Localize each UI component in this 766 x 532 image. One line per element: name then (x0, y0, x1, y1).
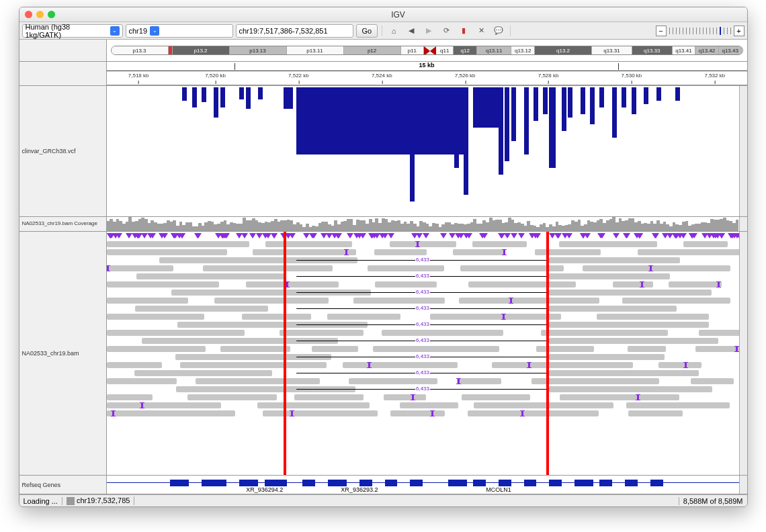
band: p12 (344, 46, 401, 54)
coverage-track[interactable]: [0-70] (107, 217, 739, 231)
scrollbar[interactable] (739, 217, 747, 231)
gene-label: MCOLN1 (486, 486, 511, 493)
clinvar-track[interactable] (107, 86, 739, 216)
gap-size-label: 6,433 (415, 305, 430, 311)
span-indicator (235, 63, 619, 70)
refseq-track-row: Refseq Genes X (19, 476, 747, 494)
ruler-tick: 7,524 kb (372, 73, 392, 79)
ruler-icon[interactable]: ✕ (474, 24, 488, 38)
alignment-track[interactable]: 6,4336,4336,4336,4336,4336,4336,4336,433… (107, 232, 739, 475)
refresh-icon[interactable]: ⟳ (439, 24, 454, 38)
clinvar-track-row: clinvar_GRCh38.vcf (19, 86, 747, 217)
coverage-track-label[interactable]: NA02533_chr19.bam Coverage (19, 217, 107, 231)
zoom-ticks[interactable] (668, 26, 732, 36)
alignment-track-label[interactable]: NA02533_chr19.bam (19, 232, 107, 475)
band: p13.11 (287, 46, 344, 54)
ruler-tick: 7,520 kb (205, 73, 226, 79)
statusbar: Loading ... chr19:7,532,785 8,588M of 8,… (19, 494, 747, 506)
clinvar-track-label[interactable]: clinvar_GRCh38.vcf (19, 86, 107, 216)
ruler-tick: 7,518 kb (128, 73, 149, 79)
band: q11 (436, 46, 454, 54)
gene-label: XR_936294.2 (246, 486, 283, 493)
home-icon[interactable]: ⌂ (386, 24, 401, 38)
region-icon[interactable]: ▮ (456, 24, 471, 38)
forward-icon[interactable]: ▶ (421, 24, 436, 38)
gap-size-label: 6,433 (415, 289, 430, 295)
genomic-ruler[interactable]: 7,518 kb 7,520 kb 7,522 kb 7,524 kb 7,52… (107, 62, 747, 85)
main-panel: p13.3 p13.2 p13.13 p13.11 p12 p11 q11 q1… (19, 40, 747, 494)
gap-size-label: 6,433 (415, 257, 430, 263)
band: q13.2 (535, 46, 592, 54)
centromere-icon (424, 46, 436, 54)
ideogram-row: p13.3 p13.2 p13.13 p13.11 p12 p11 q11 q1… (19, 40, 747, 62)
igv-window: IGV Human (hg38 1kg/GATK) ⌄ chr19 ⌄ chr1… (19, 7, 748, 507)
fullscreen-icon[interactable] (48, 11, 55, 18)
alignment-track-row: NA02533_chr19.bam 6,4336,4336,4336,4336,… (19, 232, 747, 476)
band: q13.41 (673, 46, 696, 54)
scrollbar[interactable] (739, 86, 747, 216)
refseq-track-label[interactable]: Refseq Genes (19, 476, 107, 494)
band: q13.42 (695, 46, 719, 54)
close-icon[interactable] (25, 11, 32, 18)
scrollbar[interactable] (739, 476, 747, 494)
band: q13.31 (592, 46, 632, 54)
zoom-out-button[interactable]: − (656, 26, 667, 36)
locus-value: chr19:7,517,386-7,532,851 (239, 27, 328, 35)
gap-size-label: 6,433 (415, 369, 430, 375)
status-loading: Loading ... (19, 497, 62, 505)
go-button[interactable]: Go (356, 24, 378, 38)
minimize-icon[interactable] (36, 11, 44, 18)
chromosome-ideogram: p13.3 p13.2 p13.13 p13.11 p12 p11 q11 q1… (111, 46, 743, 55)
band: q12 (454, 46, 477, 54)
chevron-down-icon: ⌄ (150, 26, 159, 36)
ruler-tick: 7,526 kb (455, 73, 476, 79)
status-position: chr19:7,532,785 (62, 496, 135, 505)
band: q13.11 (477, 46, 511, 54)
ruler-tick: 7,528 kb (538, 73, 559, 79)
band: q13.43 (719, 46, 742, 54)
zoom-in-button[interactable]: + (734, 26, 744, 36)
ruler-row: 7,518 kb 7,520 kb 7,522 kb 7,524 kb 7,52… (19, 62, 747, 86)
gene-label: XR_936293.2 (341, 486, 378, 493)
chevron-down-icon: ⌄ (110, 26, 120, 36)
band: p13.13 (230, 46, 287, 54)
chromosome-value: chr19 (129, 27, 148, 35)
locus-input[interactable]: chr19:7,517,386-7,532,851 (236, 24, 353, 38)
genome-selector[interactable]: Human (hg38 1kg/GATK) ⌄ (22, 24, 123, 38)
ruler-tick: 7,522 kb (288, 73, 309, 79)
status-memory: 8,588M of 8,589M (679, 497, 747, 505)
band: q13.12 (511, 46, 535, 54)
position-indicator-icon (67, 497, 75, 505)
chromosome-selector[interactable]: chr19 ⌄ (126, 24, 233, 38)
band: p13.2 (173, 46, 230, 54)
window-title: IGV (55, 10, 742, 19)
titlebar: IGV (19, 7, 747, 22)
scrollbar[interactable] (739, 232, 747, 475)
ruler-tick: 7,530 kb (622, 73, 642, 79)
coverage-track-row: NA02533_chr19.bam Coverage [0-70] (19, 217, 747, 232)
back-icon[interactable]: ◀ (404, 24, 419, 38)
gap-size-label: 6,433 (415, 353, 430, 359)
toolbar: Human (hg38 1kg/GATK) ⌄ chr19 ⌄ chr19:7,… (19, 22, 747, 40)
band: q13.33 (632, 46, 673, 54)
gap-size-label: 6,433 (415, 273, 430, 279)
genome-value: Human (hg38 1kg/GATK) (26, 23, 108, 39)
tooltip-icon[interactable]: 💬 (491, 24, 506, 38)
gap-size-label: 6,433 (415, 337, 430, 343)
ideogram-track[interactable]: p13.3 p13.2 p13.13 p13.11 p12 p11 q11 q1… (107, 40, 747, 61)
traffic-lights (25, 11, 55, 18)
ruler-tick: 7,532 kb (704, 73, 725, 79)
gap-size-label: 6,433 (415, 386, 430, 392)
gap-size-label: 6,433 (415, 321, 430, 327)
refseq-track[interactable]: XR_936294.2 XR_936293.2 MCOLN1 (107, 476, 739, 494)
band: p13.3 (112, 46, 169, 54)
band: p11 (401, 46, 425, 54)
zoom-slider[interactable]: − + (656, 26, 744, 36)
ideogram-label (19, 40, 107, 61)
